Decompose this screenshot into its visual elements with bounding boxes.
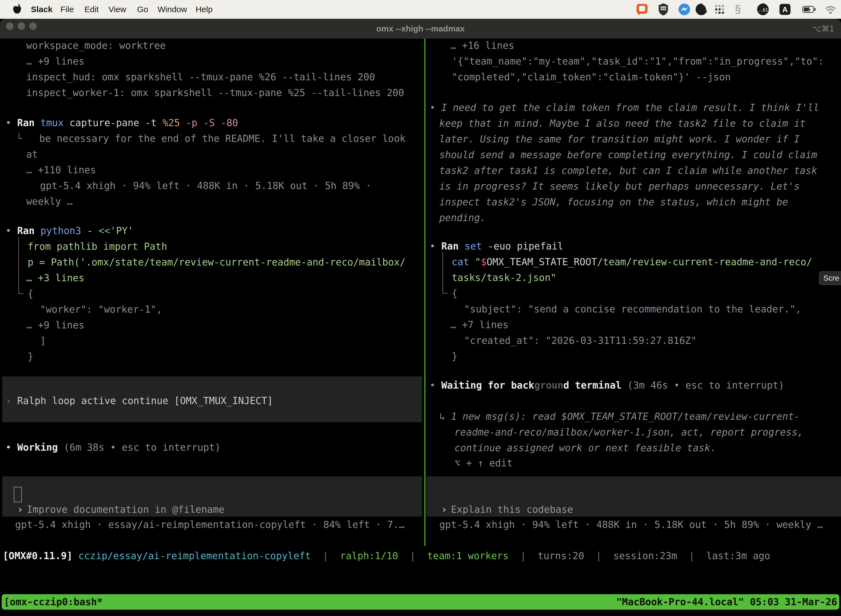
prompt-chevron: ›	[441, 504, 447, 515]
right-prompt-placeholder: Explain this codebase	[451, 504, 573, 515]
squiggle-icon[interactable]: §	[735, 1, 741, 17]
tmux-session-label[interactable]: [omx-cczip0:bash*	[4, 596, 103, 607]
terminal-line: readme-and-reco/mailbox/worker-1.json, a…	[454, 424, 803, 440]
ralph-loop-banner: › Ralph loop active continue [OMX_TMUX_I…	[6, 393, 273, 409]
omx-status-line: [OMX#0.11.9] cczip/essay/ai-reimplementa…	[3, 548, 771, 564]
terminal-line: … +110 lines	[26, 162, 96, 178]
terminal-line: inspect_hud: omx sparkshell --tmux-pane …	[26, 69, 375, 85]
terminal-line: workspace_mode: worktree	[26, 38, 166, 54]
terminal-line: "subject": "send a concise recommendatio…	[464, 301, 801, 317]
menu-item-window[interactable]: Window	[158, 0, 187, 19]
terminal-line: "completed","claim_token":"claim-token"}…	[452, 69, 731, 85]
terminal-line: is in progress? It seems likely but perh…	[439, 179, 800, 194]
menu-item-help[interactable]: Help	[196, 0, 213, 19]
left-prompt-placeholder: Improve documentation in @filename	[27, 504, 224, 515]
edit-hint: ⌥ + ↑ edit	[454, 455, 513, 471]
right-prompt-row[interactable]: ›Explain this codebase	[429, 486, 573, 518]
dots-grid-icon[interactable]	[713, 3, 726, 16]
svg-text:A: A	[782, 6, 788, 14]
terminal-line: … +9 lines	[26, 317, 84, 333]
agent-thought: • I need to get the claim token from the…	[429, 100, 819, 116]
left-prompt-row[interactable]: ›Improve documentation in @filename	[6, 486, 224, 518]
window-shortcut: ⌥⌘1	[812, 19, 834, 39]
text-cursor	[14, 487, 22, 502]
terminal-line: from pathlib import Path	[28, 239, 167, 254]
waiting-status: • Waiting for background terminal (3m 46…	[429, 378, 784, 393]
terminal-line: … +9 lines	[26, 54, 84, 69]
terminal-line: gpt-5.4 xhigh · 94% left · 488K in · 5.1…	[40, 178, 371, 194]
pane-divider[interactable]	[424, 39, 425, 546]
ran-set-command: • Ran set -euo pipefail	[429, 238, 563, 254]
tmux-status-bar: [omx-cczip0:bash* "MacBook-Pro-44.local"…	[1, 594, 840, 610]
terminal-line: "created_at": "2026-03-31T11:59:27.816Z"	[464, 333, 697, 349]
terminal-line: cat "$OMX_TEAM_STATE_ROOT/team/review-cu…	[452, 254, 812, 270]
apple-menu-icon[interactable]	[12, 4, 22, 16]
terminal-line: tasks/task-2.json"	[452, 270, 556, 286]
terminal-line: … +16 lines	[450, 38, 514, 54]
input-source-icon[interactable]: A	[778, 3, 792, 16]
terminal-line: '{"team_name":"my-team","task_id":"1","f…	[452, 54, 824, 69]
terminal-line: task2 after task1 is complete, but can I…	[439, 163, 817, 179]
ran-python-command: • Ran python3 - <<'PY'	[6, 223, 133, 239]
right-code-connector	[442, 252, 443, 293]
moon-circle-icon[interactable]	[695, 3, 708, 16]
wifi-icon[interactable]	[824, 3, 837, 16]
terminal-line: at	[26, 147, 38, 162]
terminal-line: pending.	[439, 210, 486, 226]
terminal-line: weekly …	[26, 194, 73, 210]
terminal-line: later. Using the same for transition mig…	[439, 131, 800, 147]
menu-item-go[interactable]: Go	[137, 0, 148, 19]
terminal-line: should send a message before completing …	[439, 147, 817, 163]
screen-tooltip: Scre	[819, 271, 841, 285]
menu-item-app[interactable]: Slack	[31, 0, 53, 19]
svg-text:..61: ..61	[758, 8, 768, 13]
menu-item-edit[interactable]: Edit	[84, 0, 99, 19]
window-title: omx --xhigh --madmax	[0, 19, 841, 39]
terminal-line: }	[28, 349, 34, 365]
new-message-notice: ↳ 1 new msg(s): read $OMX_TEAM_STATE_ROO…	[439, 409, 800, 424]
battery-icon[interactable]	[802, 3, 815, 16]
tmux-host-clock: "MacBook-Pro-44.local" 05:03 31-Mar-26	[616, 596, 837, 607]
left-code-connector-foot	[18, 293, 24, 294]
terminal-line: p = Path('.omx/state/team/review-current…	[28, 254, 406, 270]
terminal-line: {	[452, 286, 457, 301]
right-code-connector-foot	[442, 293, 448, 294]
terminal-line: ]	[40, 333, 46, 349]
chat-icon[interactable]	[636, 3, 649, 16]
timer-61-icon[interactable]: ..61	[756, 3, 769, 16]
ran-tmux-command: • Ran tmux capture-pane -t %25 -p -S -80	[6, 115, 238, 131]
left-code-connector	[18, 237, 19, 294]
shield-grid-icon[interactable]	[657, 3, 670, 16]
terminal-line: … +3 lines	[26, 270, 84, 286]
terminal-line: }	[452, 349, 457, 364]
messenger-icon[interactable]	[678, 3, 691, 16]
terminal-line: └ be necessary for the end of the README…	[16, 131, 406, 147]
left-model-status: gpt-5.4 xhigh · essay/ai-reimplementatio…	[15, 517, 405, 532]
terminal-line: continue assigned work or next feasible …	[454, 440, 716, 456]
menu-item-file[interactable]: File	[60, 0, 74, 19]
terminal-line: {	[28, 286, 34, 302]
terminal-line: keep that in mind. Maybe I also need the…	[439, 116, 806, 131]
terminal-line: inspect_worker-1: omx sparkshell --tmux-…	[26, 85, 404, 101]
working-status: • Working (6m 38s • esc to interrupt)	[6, 440, 221, 455]
right-model-status: gpt-5.4 xhigh · 94% left · 488K in · 5.1…	[439, 517, 823, 532]
window-titlebar: omx --xhigh --madmax ⌥⌘1	[0, 19, 841, 39]
terminal-line: inspect task2's JSON, focusing on the st…	[439, 194, 788, 210]
macos-desktop: { "colors": { "menu_bg": "#f1efe9", "tit…	[0, 0, 841, 616]
menu-item-view[interactable]: View	[108, 0, 126, 19]
terminal-line: … +7 lines	[450, 317, 508, 333]
menu-bar: Slack File Edit View Go Window Help	[0, 0, 841, 19]
prompt-chevron: ›	[17, 504, 23, 515]
terminal-line: "worker": "worker-1",	[40, 302, 162, 317]
